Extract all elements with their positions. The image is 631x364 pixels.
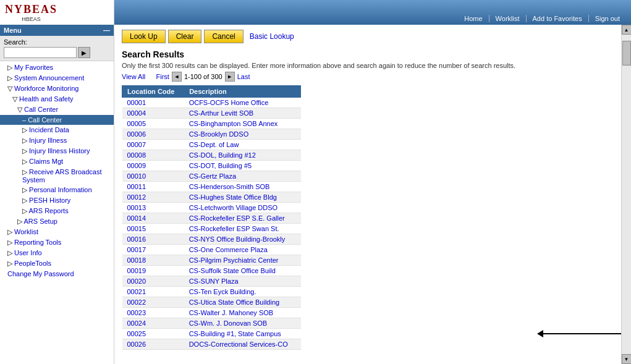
- sidebar-item-system-announcement[interactable]: ▷ System Announcement: [0, 73, 114, 83]
- search-go-button[interactable]: ▶: [78, 47, 90, 58]
- nav-worklist[interactable]: Worklist: [489, 15, 527, 22]
- injury-illness-history-link[interactable]: Injury Illness History: [29, 147, 90, 154]
- sidebar-item-workforce-monitoring[interactable]: ▽ Workforce Monitoring: [0, 83, 114, 94]
- sidebar-item-call-center-parent[interactable]: ▽ Call Center: [0, 104, 114, 115]
- result-code-link[interactable]: 00026: [127, 341, 146, 348]
- prev-page-button[interactable]: ◄: [172, 72, 182, 82]
- injury-illness-link[interactable]: Injury Illness: [29, 137, 67, 144]
- ars-setup-link[interactable]: ARS Setup: [23, 218, 57, 225]
- system-announcement-link[interactable]: System Announcement: [14, 74, 84, 82]
- pesh-history-link[interactable]: PESH History: [29, 197, 70, 204]
- sidebar-item-claims-mgt[interactable]: ▷ Claims Mgt: [0, 156, 114, 167]
- sidebar-item-my-favorites[interactable]: ▷ My Favorites: [0, 62, 114, 73]
- sidebar-item-user-info[interactable]: ▷ User Info: [0, 248, 114, 258]
- result-desc-link[interactable]: CS-DOT, Building #5: [189, 162, 252, 169]
- worklist-link[interactable]: Worklist: [14, 228, 38, 235]
- result-desc-link[interactable]: CS-Henderson-Smith SOB: [189, 183, 270, 190]
- sidebar-item-pesh-history[interactable]: ▷ PESH History: [0, 195, 114, 206]
- result-desc-link[interactable]: CS-Suffolk State Office Build: [189, 267, 276, 274]
- result-desc-link[interactable]: CS-Brooklyn DDSO: [189, 130, 249, 138]
- my-favorites-link[interactable]: My Favorites: [14, 64, 53, 71]
- result-code-link[interactable]: 00021: [127, 288, 146, 295]
- personal-info-link[interactable]: Personal Information: [29, 186, 92, 193]
- sidebar-item-worklist[interactable]: ▷ Worklist: [0, 227, 114, 237]
- result-desc-link[interactable]: CS-Letchworth Village DDSO: [189, 204, 277, 211]
- change-password-link[interactable]: Change My Password: [7, 270, 74, 277]
- scroll-up-button[interactable]: ▲: [622, 25, 632, 35]
- result-code-link[interactable]: 00006: [127, 130, 146, 138]
- result-desc-link[interactable]: CS-One Commerce Plaza: [189, 246, 268, 253]
- result-desc-link[interactable]: CS-Binghampton SOB Annex: [189, 120, 278, 127]
- scrollbar-thumb[interactable]: [622, 41, 631, 66]
- result-code-link[interactable]: 00018: [127, 256, 146, 264]
- basic-lookup-link[interactable]: Basic Lookup: [250, 32, 294, 41]
- lookup-button[interactable]: Look Up: [122, 30, 166, 43]
- cancel-button[interactable]: Cancel: [204, 30, 243, 43]
- result-code-link[interactable]: 00007: [127, 141, 146, 148]
- result-desc-link[interactable]: DOCS-Correctional Services-CO: [189, 341, 288, 348]
- result-code-link[interactable]: 00023: [127, 309, 146, 316]
- result-code-link[interactable]: 00016: [127, 235, 146, 243]
- result-code-link[interactable]: 00020: [127, 277, 146, 285]
- result-desc-link[interactable]: CS-DOL, Building #12: [189, 151, 256, 159]
- clear-button[interactable]: Clear: [168, 30, 202, 43]
- receive-ars-link[interactable]: Receive ARS Broadcast System: [22, 168, 101, 184]
- result-code-link[interactable]: 00008: [127, 151, 146, 159]
- result-code-link[interactable]: 00010: [127, 172, 146, 180]
- sidebar-item-reporting-tools[interactable]: ▷ Reporting Tools: [0, 237, 114, 248]
- result-desc-link[interactable]: CS-Gertz Plaza: [189, 172, 236, 180]
- result-desc-link[interactable]: CS-Utica State Office Building: [189, 298, 280, 306]
- result-code-link[interactable]: 00013: [127, 204, 146, 211]
- people-tools-link[interactable]: PeopleTools: [14, 260, 51, 267]
- call-center-parent-link[interactable]: Call Center: [24, 106, 58, 113]
- result-desc-link[interactable]: CS-Arthur Levitt SOB: [189, 109, 254, 117]
- incident-data-link[interactable]: Incident Data: [29, 126, 69, 133]
- scroll-down-button[interactable]: ▼: [622, 354, 632, 364]
- result-desc-link[interactable]: CS-Building #1, State Campus: [189, 330, 281, 337]
- result-desc-link[interactable]: CS-SUNY Plaza: [189, 277, 239, 285]
- sidebar-item-health-safety[interactable]: ▽ Health and Safety: [0, 94, 114, 104]
- result-desc-link[interactable]: CS-Rockefeller ESP S.E. Galler: [189, 214, 285, 222]
- view-all-link[interactable]: View All: [122, 73, 145, 80]
- claims-mgt-link[interactable]: Claims Mgt: [29, 158, 63, 165]
- next-page-button[interactable]: ►: [225, 72, 235, 82]
- sidebar-item-call-center-active[interactable]: – Call Center: [0, 115, 114, 125]
- sidebar-item-personal-info[interactable]: ▷ Personal Information: [0, 185, 114, 195]
- result-code-link[interactable]: 00025: [127, 330, 146, 337]
- ars-reports-link[interactable]: ARS Reports: [28, 207, 68, 214]
- result-code-link[interactable]: 00012: [127, 193, 146, 201]
- last-link[interactable]: Last: [237, 73, 250, 80]
- result-desc-link[interactable]: CS-NYS Office Building-Brookly: [189, 235, 286, 243]
- nav-add-favorites[interactable]: Add to Favorites: [527, 15, 589, 22]
- reporting-tools-link[interactable]: Reporting Tools: [14, 239, 61, 246]
- result-code-link[interactable]: 00004: [127, 109, 146, 117]
- result-code-link[interactable]: 00015: [127, 225, 146, 232]
- result-desc-link[interactable]: CS-Wm. J. Donovan SOB: [189, 320, 268, 327]
- result-desc-link[interactable]: CS-Dept. of Law: [189, 141, 239, 148]
- result-desc-link[interactable]: CS-Hughes State Office Bldg: [189, 193, 277, 201]
- sidebar-item-receive-ars[interactable]: ▷ Receive ARS Broadcast System: [0, 167, 114, 185]
- result-desc-link[interactable]: CS-Pilgrim Psychiatric Center: [189, 256, 279, 264]
- search-input[interactable]: [4, 47, 77, 58]
- result-code-link[interactable]: 00024: [127, 320, 146, 327]
- result-code-link[interactable]: 00011: [127, 183, 146, 190]
- sidebar-item-people-tools[interactable]: ▷ PeopleTools: [0, 258, 114, 269]
- result-code-link[interactable]: 00022: [127, 298, 146, 306]
- result-code-link[interactable]: 00001: [127, 99, 146, 106]
- sidebar-close-icon[interactable]: —: [103, 27, 110, 34]
- result-code-link[interactable]: 00009: [127, 162, 146, 169]
- result-desc-link[interactable]: CS-Walter J. Mahoney SOB: [189, 309, 274, 316]
- result-code-link[interactable]: 00017: [127, 246, 146, 253]
- workforce-monitoring-link[interactable]: Workforce Monitoring: [14, 85, 78, 92]
- user-info-link[interactable]: User Info: [14, 249, 42, 256]
- sidebar-item-ars-reports[interactable]: ▷ ARS Reports: [0, 206, 114, 216]
- sidebar-item-ars-setup[interactable]: ▷ ARS Setup: [0, 216, 114, 227]
- sidebar-item-incident-data[interactable]: ▷ Incident Data: [0, 125, 114, 135]
- result-code-link[interactable]: 00014: [127, 214, 146, 222]
- result-desc-link[interactable]: CS-Rockefeller ESP Swan St.: [189, 225, 279, 232]
- first-link[interactable]: First: [156, 73, 169, 80]
- nav-home[interactable]: Home: [458, 15, 489, 22]
- result-code-link[interactable]: 00005: [127, 120, 146, 127]
- nav-sign-out[interactable]: Sign out: [589, 15, 626, 22]
- health-safety-link[interactable]: Health and Safety: [19, 95, 73, 103]
